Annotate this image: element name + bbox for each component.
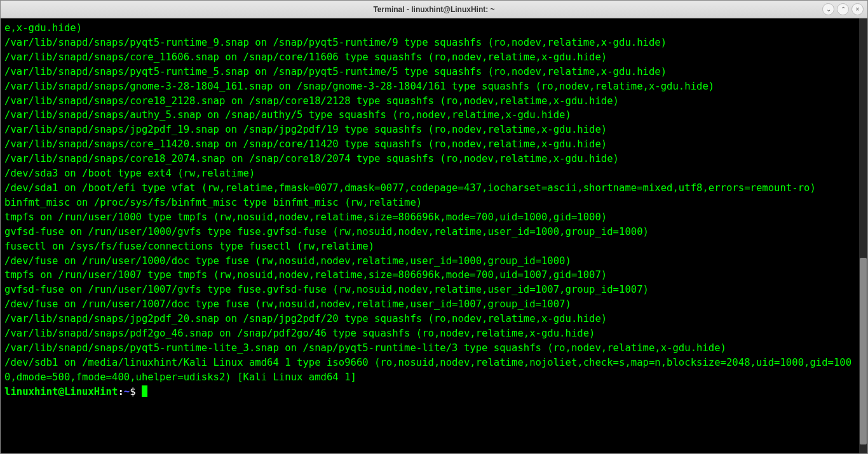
terminal-body[interactable]: e,x-gdu.hide)/var/lib/snapd/snaps/pyqt5-… xyxy=(1,18,867,453)
terminal-line: /dev/sda3 on /boot type ext4 (rw,relatim… xyxy=(4,166,858,181)
terminal-line: /var/lib/snapd/snaps/core_11606.snap on … xyxy=(4,50,858,65)
minimize-button[interactable]: ⌄ xyxy=(822,3,834,15)
terminal-line: gvfsd-fuse on /run/user/1000/gvfs type f… xyxy=(4,225,858,239)
prompt-separator: : xyxy=(118,386,123,397)
scrollbar[interactable] xyxy=(859,18,867,453)
terminal-line: /var/lib/snapd/snaps/pyqt5-runtime_5.sna… xyxy=(4,65,858,79)
cursor xyxy=(142,385,147,397)
terminal-line: gvfsd-fuse on /run/user/1007/gvfs type f… xyxy=(4,283,858,297)
terminal-line: tmpfs on /run/user/1007 type tmpfs (rw,n… xyxy=(4,268,858,283)
terminal-line: tmpfs on /run/user/1000 type tmpfs (rw,n… xyxy=(4,210,858,225)
titlebar[interactable]: Terminal - linuxhint@LinuxHint: ~ ⌄ ⌃ × xyxy=(1,1,867,18)
terminal-line: /var/lib/snapd/snaps/core18_2128.snap on… xyxy=(4,94,858,109)
prompt-line[interactable]: linuxhint@LinuxHint:~$ xyxy=(4,385,858,399)
terminal-line: /var/lib/snapd/snaps/pyqt5-runtime_9.sna… xyxy=(4,36,858,50)
prompt-dollar: $ xyxy=(130,386,142,397)
window-controls: ⌄ ⌃ × xyxy=(822,3,864,15)
maximize-button[interactable]: ⌃ xyxy=(837,3,849,15)
prompt-user-host: linuxhint@LinuxHint xyxy=(4,386,118,397)
terminal-line: binfmt_misc on /proc/sys/fs/binfmt_misc … xyxy=(4,196,858,210)
terminal-line: /dev/fuse on /run/user/1007/doc type fus… xyxy=(4,297,858,312)
terminal-line: /var/lib/snapd/snaps/jpg2pdf_20.snap on … xyxy=(4,312,858,326)
close-icon: × xyxy=(856,6,860,13)
minimize-icon: ⌄ xyxy=(826,6,831,13)
terminal-content[interactable]: e,x-gdu.hide)/var/lib/snapd/snaps/pyqt5-… xyxy=(4,21,858,451)
window-title: Terminal - linuxhint@LinuxHint: ~ xyxy=(373,5,494,14)
terminal-line: /var/lib/snapd/snaps/authy_5.snap on /sn… xyxy=(4,108,858,123)
close-button[interactable]: × xyxy=(851,3,864,15)
terminal-line: /dev/fuse on /run/user/1000/doc type fus… xyxy=(4,254,858,269)
terminal-line: /var/lib/snapd/snaps/core_11420.snap on … xyxy=(4,137,858,152)
terminal-line: /dev/sda1 on /boot/efi type vfat (rw,rel… xyxy=(4,181,858,196)
terminal-line: fusectl on /sys/fs/fuse/connections type… xyxy=(4,239,858,254)
scrollbar-thumb[interactable] xyxy=(860,258,867,445)
terminal-line: e,x-gdu.hide) xyxy=(4,21,858,36)
terminal-line: /var/lib/snapd/snaps/gnome-3-28-1804_161… xyxy=(4,79,858,94)
prompt-path: ~ xyxy=(124,386,130,397)
terminal-line: /var/lib/snapd/snaps/jpg2pdf_19.snap on … xyxy=(4,123,858,137)
terminal-line: /dev/sdb1 on /media/linuxhint/Kali Linux… xyxy=(4,356,858,385)
terminal-line: /var/lib/snapd/snaps/core18_2074.snap on… xyxy=(4,152,858,166)
terminal-window: Terminal - linuxhint@LinuxHint: ~ ⌄ ⌃ × … xyxy=(0,0,868,454)
maximize-icon: ⌃ xyxy=(841,6,846,13)
terminal-line: /var/lib/snapd/snaps/pyqt5-runtime-lite_… xyxy=(4,341,858,356)
terminal-line: /var/lib/snapd/snaps/pdf2go_46.snap on /… xyxy=(4,326,858,341)
